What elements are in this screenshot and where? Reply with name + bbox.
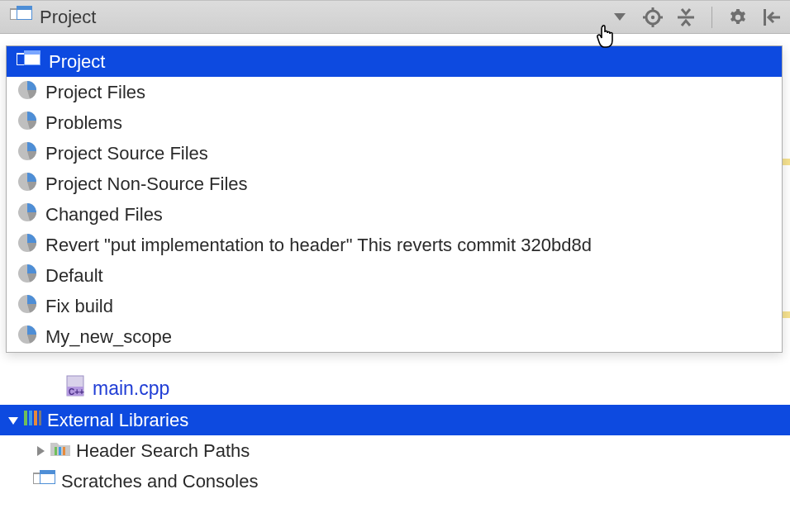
tree-file-main-cpp[interactable]: C++ main.cpp bbox=[0, 372, 790, 405]
svg-rect-19 bbox=[34, 411, 37, 425]
project-tool-header: Project bbox=[0, 0, 790, 34]
tree-file-label: main.cpp bbox=[93, 378, 169, 400]
scratches-icon bbox=[33, 470, 56, 493]
view-option-label: Changed Files bbox=[45, 204, 163, 226]
project-icon bbox=[10, 6, 33, 28]
svg-rect-20 bbox=[39, 411, 41, 425]
scope-pie-icon bbox=[17, 171, 38, 197]
tree-node-header-paths[interactable]: Header Search Paths bbox=[0, 435, 790, 466]
cpp-file-icon: C++ bbox=[64, 374, 88, 402]
svg-point-12 bbox=[735, 14, 740, 19]
locate-icon[interactable] bbox=[642, 7, 664, 28]
project-files-icon bbox=[17, 50, 41, 74]
view-option[interactable]: Default bbox=[7, 260, 782, 291]
view-option-label: Project Non-Source Files bbox=[45, 173, 248, 195]
tree-node-label: External Libraries bbox=[47, 410, 188, 431]
svg-rect-21 bbox=[55, 447, 57, 455]
project-view-title[interactable]: Project bbox=[40, 7, 96, 28]
view-option-label: My_new_scope bbox=[45, 326, 172, 348]
scope-pie-icon bbox=[17, 110, 38, 136]
view-option[interactable]: Project Files bbox=[7, 77, 782, 107]
tree-node-label: Header Search Paths bbox=[76, 440, 250, 462]
view-option-label: Project Files bbox=[45, 82, 145, 103]
view-option[interactable]: Project Source Files bbox=[7, 138, 782, 169]
header-actions bbox=[609, 1, 782, 33]
disclosure-right-icon[interactable] bbox=[31, 445, 50, 457]
scope-pie-icon bbox=[17, 79, 38, 106]
tree-node-external-libraries[interactable]: External Libraries bbox=[0, 405, 790, 435]
libraries-icon bbox=[22, 409, 42, 432]
svg-text:C++: C++ bbox=[69, 387, 84, 397]
view-option-label: Revert "put implementation to header" Th… bbox=[45, 235, 592, 256]
view-option-label: Project Source Files bbox=[45, 143, 208, 164]
tree-node-label: Scratches and Consoles bbox=[61, 471, 258, 492]
svg-rect-28 bbox=[40, 472, 55, 474]
view-option[interactable]: My_new_scope bbox=[7, 321, 782, 352]
svg-point-6 bbox=[651, 15, 654, 18]
svg-rect-4 bbox=[17, 7, 31, 10]
view-option[interactable]: Project Non-Source Files bbox=[7, 169, 782, 199]
folder-lib-icon bbox=[50, 439, 71, 463]
svg-rect-22 bbox=[59, 447, 61, 455]
svg-rect-13 bbox=[764, 9, 766, 26]
svg-rect-18 bbox=[29, 411, 32, 425]
svg-rect-23 bbox=[63, 447, 65, 455]
collapse-all-icon[interactable] bbox=[675, 7, 697, 28]
view-option[interactable]: Changed Files bbox=[7, 199, 782, 230]
hide-panel-icon[interactable] bbox=[760, 7, 782, 28]
svg-rect-17 bbox=[24, 411, 27, 425]
dropdown-trigger-icon[interactable] bbox=[609, 7, 631, 28]
scope-pie-icon bbox=[17, 140, 38, 167]
scope-pie-icon bbox=[17, 293, 38, 320]
view-option-label: Fix build bbox=[45, 296, 113, 317]
view-option[interactable]: Problems bbox=[7, 107, 782, 138]
view-option[interactable]: Revert "put implementation to header" Th… bbox=[7, 230, 782, 260]
scope-pie-icon bbox=[17, 202, 38, 228]
separator bbox=[711, 7, 712, 28]
view-selector-dropdown: Project Project Files Problems Project S… bbox=[6, 45, 783, 353]
gear-icon[interactable] bbox=[727, 7, 749, 28]
svg-rect-33 bbox=[25, 52, 40, 55]
view-option[interactable]: Project bbox=[7, 46, 782, 77]
disclosure-down-icon[interactable] bbox=[4, 415, 22, 426]
scope-pie-icon bbox=[17, 232, 38, 259]
view-option-label: Problems bbox=[45, 112, 122, 134]
scope-pie-icon bbox=[17, 324, 38, 350]
view-option-label: Project bbox=[49, 51, 105, 73]
tree-node-scratches[interactable]: Scratches and Consoles bbox=[0, 466, 790, 496]
view-option[interactable]: Fix build bbox=[7, 291, 782, 321]
scope-pie-icon bbox=[17, 263, 38, 289]
view-option-label: Default bbox=[45, 265, 103, 287]
